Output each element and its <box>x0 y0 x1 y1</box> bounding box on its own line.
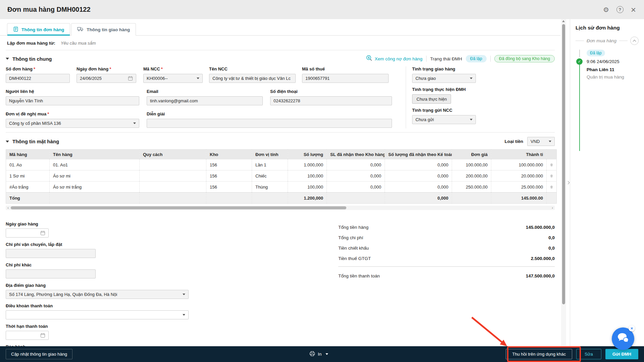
vertical-scrollbar[interactable] <box>561 19 566 346</box>
edit-button[interactable]: Sửa <box>576 349 601 359</box>
help-icon[interactable]: ? <box>616 6 624 13</box>
purchase-unit-select[interactable]: Công ty cổ phần MISA 136 <box>6 119 139 128</box>
payment-deadline-input[interactable] <box>6 331 49 340</box>
calendar-icon[interactable] <box>128 76 133 81</box>
order-no-input[interactable]: DMH00122 <box>6 74 70 83</box>
contact-input[interactable]: Nguyễn Văn Tính <box>6 96 139 105</box>
revoke-button[interactable]: Thu hồi trên ứng dụng khác <box>506 349 572 359</box>
sidebar-collapse-handle[interactable] <box>566 175 570 190</box>
table-cell <box>140 182 206 193</box>
description-input[interactable] <box>147 119 392 128</box>
table-cell: 100,000 <box>288 182 327 193</box>
horizontal-scroll-thumb[interactable] <box>11 206 346 209</box>
update-delivery-button[interactable]: Cập nhật thông tin giao hàng <box>6 349 72 359</box>
supplier-code-select[interactable]: KH00006-- <box>143 74 203 83</box>
table-cell: 1 Sơ mi <box>6 170 50 182</box>
col-header: Số lượng đã nhận theo Kế toán <box>385 150 452 159</box>
delivery-date-input[interactable] <box>6 228 49 238</box>
send-order-button[interactable]: Gửi ĐMH <box>605 349 638 359</box>
execution-status-button[interactable]: Chưa thực hiện <box>412 94 451 104</box>
payment-deadline-label: Thời hạn thanh toán <box>6 324 200 329</box>
total-row: Tổng tiền hàng145.000.000,0 <box>338 222 555 232</box>
order-history-panel: Lịch sử đơn hàng Đơn mua hàng ✓ Đã lập 9… <box>570 19 644 346</box>
phone-input[interactable]: 02432622278 <box>270 96 392 105</box>
table-cell: Áo sơ mi trắng <box>50 182 140 193</box>
table-cell: Chiếc <box>252 170 288 182</box>
chevron-down-icon <box>183 294 185 295</box>
chevron-down-icon <box>197 77 199 79</box>
history-collapse-button[interactable] <box>630 37 639 45</box>
tab-delivery-info[interactable]: Thông tin giao hàng <box>71 23 136 36</box>
collapse-caret-icon[interactable] <box>6 58 9 60</box>
close-icon[interactable]: × <box>631 6 636 13</box>
vertical-scroll-thumb[interactable] <box>562 24 565 304</box>
total-label: Tổng <box>6 193 50 204</box>
shipping-cost-input[interactable] <box>6 249 96 258</box>
send-status-select[interactable]: Chưa gửi <box>412 115 476 124</box>
table-cell: 0,000 <box>327 159 385 170</box>
order-form-panel: Thông tin đơn hàng Thông tin giao hàng L… <box>0 19 560 346</box>
grand-total-value: 147.500.000,0 <box>526 273 555 278</box>
calendar-icon[interactable] <box>40 333 45 338</box>
truck-icon <box>77 27 84 33</box>
total-amount: 145.000.00 <box>491 193 547 204</box>
total-row: Tiền thuế GTGT2.500.000,0 <box>338 253 555 264</box>
col-header: Đơn giá <box>452 150 491 159</box>
table-cell: 01. Ao <box>6 159 50 170</box>
scroll-up-arrow[interactable] <box>562 20 565 22</box>
calendar-icon[interactable] <box>40 230 45 236</box>
general-section-title: Thông tin chung <box>12 56 52 62</box>
purchase-unit-label: Đơn vị đề nghị mua* <box>6 111 139 116</box>
table-row: 1 Sơ miÁo sơ mi156Chiếc100,0000,0000,000… <box>6 170 557 182</box>
tab-order-info[interactable]: Thông tin đơn hàng <box>7 23 70 36</box>
table-row: 01. Ao01. Ao1156Lần 11.000,0000,0000,000… <box>6 159 557 170</box>
table-cell: Áo sơ mi <box>50 170 140 182</box>
order-list-icon <box>13 27 18 33</box>
chat-dismiss-icon[interactable]: × <box>629 325 635 331</box>
collapse-caret-icon[interactable] <box>6 141 9 143</box>
delivery-status-select[interactable]: Chưa giao <box>412 74 476 83</box>
history-title: Lịch sử đơn hàng <box>576 25 639 31</box>
delivery-address-select[interactable]: Số 174 Láng, Phường Láng Hạ, Quận Đống Đ… <box>6 290 189 299</box>
order-no-label: Số đơn hàng* <box>6 66 70 71</box>
total-received-acct: 0,000 <box>385 193 452 204</box>
col-header: Kho <box>206 150 252 159</box>
settings-icon[interactable]: ⚙ <box>603 6 609 14</box>
currency-select[interactable]: VND <box>527 137 555 146</box>
delete-row-icon[interactable] <box>550 173 553 178</box>
tab-label: Thông tin đơn hàng <box>21 27 64 32</box>
email-input[interactable]: tinh.vanlong@gmail.com <box>147 96 263 105</box>
table-cell: 100.000,00 <box>452 159 491 170</box>
status-column: Tình trạng giao hàng Chưa giao Tình trạn… <box>406 66 483 128</box>
payment-terms-select[interactable] <box>6 310 189 319</box>
table-cell: 156 <box>206 182 252 193</box>
col-header: SL đã nhận theo Kho hàng <box>327 150 385 159</box>
total-qty: 1.200,000 <box>288 193 327 204</box>
chevron-down-icon[interactable] <box>326 353 328 355</box>
table-cell: 0,000 <box>385 159 452 170</box>
delete-row-icon[interactable] <box>550 162 553 167</box>
delete-row-icon[interactable] <box>550 185 553 190</box>
col-header: Tên hàng <box>50 150 140 159</box>
tax-code-input[interactable]: 1900657791 <box>302 74 389 83</box>
order-date-input[interactable]: 24/06/2025 <box>77 74 136 83</box>
scroll-right-arrow[interactable]: › <box>550 206 555 210</box>
scroll-left-arrow[interactable]: ‹ <box>6 206 10 210</box>
payment-terms-label: Điều khoản thanh toán <box>6 303 200 308</box>
chevron-down-icon <box>183 314 185 316</box>
print-label: In <box>318 352 321 357</box>
horizontal-scrollbar[interactable]: ‹ › <box>6 206 555 210</box>
supplier-name-label: Tên NCC <box>209 66 296 71</box>
view-debt-link[interactable]: $ Xem công nợ đơn hàng <box>366 55 423 62</box>
history-timeline: ✓ Đã lập 9:06 24/06/2025 Phan Liên 11 Qu… <box>576 50 639 160</box>
table-cell: #Áo trắng <box>6 182 50 193</box>
print-button[interactable]: In <box>309 351 328 357</box>
source-value: Yêu cầu mua sắm <box>61 41 96 46</box>
delivery-date-label: Ngày giao hàng <box>6 221 200 226</box>
other-cost-input[interactable] <box>6 269 96 278</box>
general-head-right: $ Xem công nợ đơn hàng Trạng thái ĐMH Đã… <box>366 55 555 62</box>
chevron-right-icon <box>566 181 570 184</box>
table-cell: 25.000.000 <box>491 182 547 193</box>
supplier-name-input[interactable]: Công ty vật tư & thiết bị giáo dục Vân L… <box>209 74 296 83</box>
col-header: Quy cách <box>140 150 206 159</box>
